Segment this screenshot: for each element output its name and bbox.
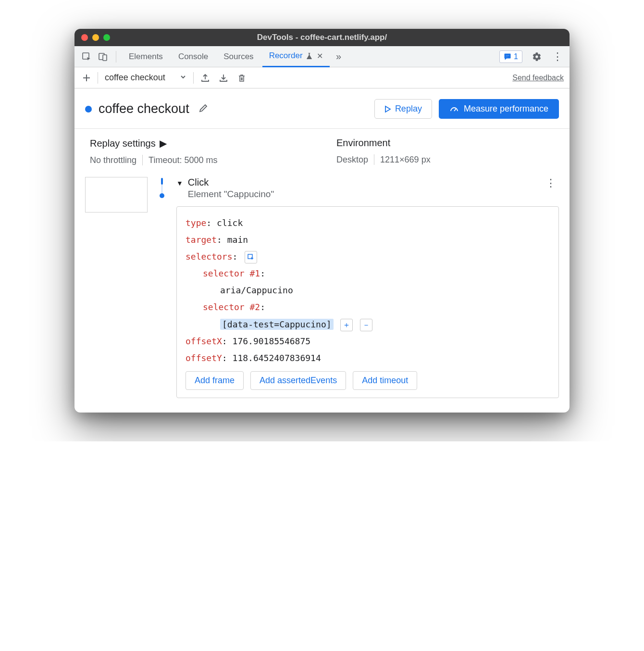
measure-performance-button[interactable]: Measure performance [439,99,559,119]
play-icon [384,105,391,113]
replay-label: Replay [395,104,422,114]
more-tabs-icon[interactable]: » [332,50,346,64]
recording-header: coffee checkout Replay Measure performan… [74,88,570,128]
settings-row: Replay settings ▶ No throttling Timeout:… [74,129,570,177]
timeline-line [161,185,162,193]
tab-label: Recorder [269,51,303,61]
step-details: type: click target: main selectors: sele… [176,206,559,398]
add-timeout-button[interactable]: Add timeout [353,371,417,390]
field-offsetx[interactable]: offsetX: 176.90185546875 [186,333,550,350]
recording-name: coffee checkout [105,73,165,83]
step-actions: Add frame Add assertedEvents Add timeout [186,371,550,390]
chat-icon [504,53,511,61]
kebab-menu-icon[interactable]: ⋮ [550,50,565,64]
field-type[interactable]: type: click [186,214,550,231]
delete-icon[interactable] [235,71,248,85]
field-selector-1[interactable]: selector #1: [186,265,550,282]
step-menu-icon[interactable]: ⋮ [545,177,559,189]
field-selector-2[interactable]: selector #2: [186,299,550,315]
close-tab-icon[interactable]: ✕ [317,51,323,61]
edit-icon[interactable] [198,103,209,115]
tab-recorder[interactable]: Recorder ✕ [262,46,330,67]
environment-settings: Environment Desktop 1211×669 px [336,138,554,165]
separator [116,51,116,63]
tab-console[interactable]: Console [172,46,215,67]
separator [374,154,374,165]
separator [98,72,98,84]
add-selector-button[interactable]: ＋ [340,319,353,331]
recording-dropdown[interactable]: coffee checkout [103,72,188,84]
add-frame-button[interactable]: Add frame [186,371,244,390]
minimize-window-button[interactable] [92,34,99,41]
recording-title: coffee checkout [99,101,189,116]
tab-elements[interactable]: Elements [122,46,170,67]
field-target[interactable]: target: main [186,231,550,248]
inspect-icon[interactable] [79,50,94,64]
timeline [156,177,168,398]
step-subtitle: Element "Cappucino" [188,189,274,200]
import-icon[interactable] [217,71,230,85]
close-window-button[interactable] [81,34,88,41]
status-dot [85,106,92,113]
timeout-value: Timeout: 5000 ms [149,155,217,165]
flask-icon [306,52,313,60]
step-thumbnail[interactable] [85,177,148,213]
device-value: Desktop [336,155,368,165]
device-toggle-icon[interactable] [96,50,110,64]
chevron-right-icon: ▶ [160,138,167,149]
selector-2-value[interactable]: [data-test=Cappucino] [220,319,334,330]
zoom-window-button[interactable] [103,34,110,41]
chevron-down-icon [180,73,186,83]
field-offsety[interactable]: offsetY: 118.6452407836914 [186,350,550,366]
issues-badge[interactable]: 1 [499,50,522,63]
timeline-dot [160,193,164,198]
replay-settings: Replay settings ▶ No throttling Timeout:… [90,138,308,165]
environment-heading: Environment [336,138,554,149]
export-icon[interactable] [198,71,212,85]
replay-settings-heading[interactable]: Replay settings ▶ [90,138,308,149]
selector-1-value[interactable]: aria/Cappucino [186,282,550,299]
step-body: ▼ Click Element "Cappucino" ⋮ type: clic… [176,177,559,398]
expand-caret-icon[interactable]: ▼ [176,179,183,187]
timeline-tick [161,178,163,185]
titlebar: DevTools - coffee-cart.netlify.app/ [74,29,570,46]
svg-rect-4 [506,56,508,57]
devtools-window: DevTools - coffee-cart.netlify.app/ Elem… [74,29,570,413]
gear-icon[interactable] [529,50,544,64]
field-selectors[interactable]: selectors: [186,248,550,265]
gauge-icon [449,104,459,114]
step-header[interactable]: ▼ Click Element "Cappucino" ⋮ [176,177,559,200]
add-asserted-events-button[interactable]: Add assertedEvents [250,371,346,390]
issues-count: 1 [514,52,518,61]
tabbar: Elements Console Sources Recorder ✕ » 1 … [74,46,570,67]
traffic-lights [81,34,110,41]
window-title: DevTools - coffee-cart.netlify.app/ [257,33,387,42]
throttling-value: No throttling [90,155,136,165]
tab-sources[interactable]: Sources [217,46,260,67]
measure-label: Measure performance [464,104,548,114]
selector-2-row: [data-test=Cappucino] ＋ － [186,316,550,333]
separator [193,72,194,84]
send-feedback-link[interactable]: Send feedback [512,74,564,82]
remove-selector-button[interactable]: － [360,319,372,331]
step-title: Click [188,177,274,188]
new-recording-button[interactable] [80,72,93,84]
steps-area: ▼ Click Element "Cappucino" ⋮ type: clic… [74,177,570,413]
separator [142,155,143,165]
pick-selector-icon[interactable] [245,251,257,263]
replay-button[interactable]: Replay [374,99,432,119]
dimensions-value: 1211×669 px [380,155,431,165]
svg-rect-2 [103,55,107,61]
svg-rect-3 [506,55,509,56]
recorder-toolbar: coffee checkout Send feedback [74,67,570,88]
